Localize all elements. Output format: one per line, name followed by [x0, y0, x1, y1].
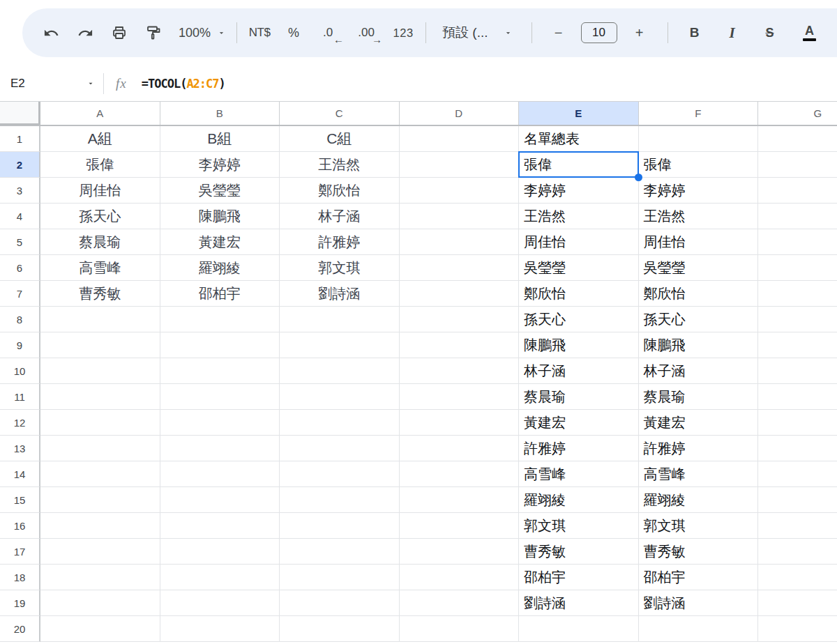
cell-A9[interactable]	[40, 332, 160, 358]
cell-G20[interactable]	[758, 616, 837, 642]
cell-B13[interactable]	[160, 436, 280, 461]
cell-G1[interactable]	[758, 126, 837, 152]
cell-F7[interactable]: 鄭欣怡	[639, 281, 759, 307]
decrease-font-size-button[interactable]: −	[547, 19, 571, 47]
cell-A18[interactable]	[40, 565, 160, 590]
cell-E10[interactable]: 林子涵	[519, 358, 639, 384]
row-header-7[interactable]: 7	[0, 281, 40, 307]
cell-G7[interactable]	[758, 281, 837, 307]
row-header-5[interactable]: 5	[0, 229, 40, 255]
cell-G10[interactable]	[758, 358, 837, 384]
cell-F6[interactable]: 吳瑩瑩	[639, 255, 759, 281]
cell-D1[interactable]	[400, 126, 520, 152]
cell-E9[interactable]: 陳鵬飛	[519, 332, 639, 358]
cell-G2[interactable]	[758, 152, 837, 178]
row-header-11[interactable]: 11	[0, 384, 40, 410]
cell-A3[interactable]: 周佳怡	[40, 178, 160, 204]
cell-F14[interactable]: 高雪峰	[639, 461, 759, 487]
cell-G8[interactable]	[758, 307, 837, 332]
cell-G11[interactable]	[758, 384, 837, 410]
decrease-decimal-button[interactable]: .0 ←	[316, 19, 340, 47]
cell-E2[interactable]: 張偉	[519, 152, 639, 178]
cell-C9[interactable]	[280, 332, 400, 358]
cell-E17[interactable]: 曹秀敏	[519, 539, 639, 565]
cell-A11[interactable]	[40, 384, 160, 410]
row-header-15[interactable]: 15	[0, 487, 40, 513]
cell-A8[interactable]	[40, 307, 160, 332]
cell-E8[interactable]: 孫天心	[519, 307, 639, 332]
row-header-13[interactable]: 13	[0, 436, 40, 461]
row-header-8[interactable]: 8	[0, 307, 40, 332]
cell-D10[interactable]	[400, 358, 520, 384]
select-all-corner[interactable]	[0, 102, 40, 125]
row-header-20[interactable]: 20	[0, 616, 40, 642]
row-header-10[interactable]: 10	[0, 358, 40, 384]
cell-A6[interactable]: 高雪峰	[40, 255, 160, 281]
cell-C4[interactable]: 林子涵	[280, 204, 400, 229]
cell-F4[interactable]: 王浩然	[639, 204, 759, 229]
column-header-G[interactable]: G	[758, 102, 837, 125]
cell-D12[interactable]	[400, 410, 520, 436]
cell-G5[interactable]	[758, 229, 837, 255]
cell-D19[interactable]	[400, 590, 520, 616]
cell-A4[interactable]: 孫天心	[40, 204, 160, 229]
cell-A16[interactable]	[40, 513, 160, 539]
cell-A1[interactable]: A組	[40, 126, 160, 152]
cell-F19[interactable]: 劉詩涵	[639, 590, 759, 616]
italic-button[interactable]: I	[721, 19, 744, 47]
cell-E18[interactable]: 邵柏宇	[519, 565, 639, 590]
currency-format-button[interactable]: NT$	[248, 19, 271, 47]
cell-F20[interactable]	[639, 616, 759, 642]
cell-B7[interactable]: 邵柏宇	[160, 281, 280, 307]
cell-D4[interactable]	[400, 204, 520, 229]
cell-D3[interactable]	[400, 178, 520, 204]
cell-G9[interactable]	[758, 332, 837, 358]
cell-C20[interactable]	[280, 616, 400, 642]
cell-F13[interactable]: 許雅婷	[639, 436, 759, 461]
cell-F18[interactable]: 邵柏宇	[639, 565, 759, 590]
cell-F12[interactable]: 黃建宏	[639, 410, 759, 436]
cell-C2[interactable]: 王浩然	[280, 152, 400, 178]
increase-decimal-button[interactable]: .00 →	[354, 19, 378, 47]
cell-E3[interactable]: 李婷婷	[519, 178, 639, 204]
cell-D14[interactable]	[400, 461, 520, 487]
cell-D2[interactable]	[400, 152, 520, 178]
cell-E20[interactable]	[519, 616, 639, 642]
cell-G6[interactable]	[758, 255, 837, 281]
row-header-16[interactable]: 16	[0, 513, 40, 539]
row-header-1[interactable]: 1	[0, 126, 40, 152]
cell-F2[interactable]: 張偉	[639, 152, 759, 178]
row-header-18[interactable]: 18	[0, 565, 40, 590]
cell-G12[interactable]	[758, 410, 837, 436]
cell-E14[interactable]: 高雪峰	[519, 461, 639, 487]
cell-C6[interactable]: 郭文琪	[280, 255, 400, 281]
row-header-3[interactable]: 3	[0, 178, 40, 204]
cell-D6[interactable]	[400, 255, 520, 281]
cell-G16[interactable]	[758, 513, 837, 539]
percent-format-button[interactable]: %	[282, 19, 306, 47]
cell-C13[interactable]	[280, 436, 400, 461]
undo-button[interactable]	[39, 19, 63, 47]
cell-B8[interactable]	[160, 307, 280, 332]
cell-G3[interactable]	[758, 178, 837, 204]
cell-B14[interactable]	[160, 461, 280, 487]
cell-B1[interactable]: B組	[160, 126, 280, 152]
cell-F15[interactable]: 羅翊綾	[639, 487, 759, 513]
cell-B20[interactable]	[160, 616, 280, 642]
cell-F1[interactable]	[639, 126, 759, 152]
cell-E4[interactable]: 王浩然	[519, 204, 639, 229]
cell-C5[interactable]: 許雅婷	[280, 229, 400, 255]
cell-D17[interactable]	[400, 539, 520, 565]
cell-B12[interactable]	[160, 410, 280, 436]
increase-font-size-button[interactable]: +	[628, 19, 651, 47]
row-header-6[interactable]: 6	[0, 255, 40, 281]
cell-F17[interactable]: 曹秀敏	[639, 539, 759, 565]
row-header-14[interactable]: 14	[0, 461, 40, 487]
row-header-19[interactable]: 19	[0, 590, 40, 616]
cell-D18[interactable]	[400, 565, 520, 590]
cell-D8[interactable]	[400, 307, 520, 332]
cell-G13[interactable]	[758, 436, 837, 461]
cell-A14[interactable]	[40, 461, 160, 487]
strikethrough-button[interactable]: S	[758, 19, 782, 47]
cell-E13[interactable]: 許雅婷	[519, 436, 639, 461]
